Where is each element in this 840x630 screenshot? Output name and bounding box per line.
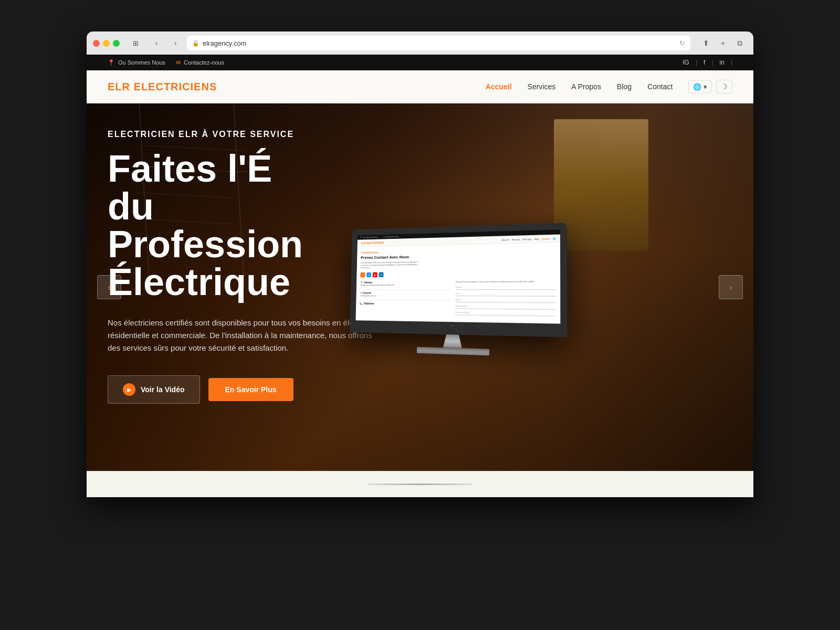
maximize-button[interactable]: [113, 40, 120, 47]
play-icon: ▶: [123, 383, 135, 396]
savoir-button[interactable]: En Savoir Plus: [208, 378, 293, 401]
hero-buttons: ▶ Voir la Vidéo En Savoir Plus: [108, 375, 407, 404]
website: 📍 Ou Sommes Nous ✉ Contactez-nous IG | f…: [87, 55, 753, 497]
address-bar[interactable]: 🔒 elragency.com ↻: [187, 36, 690, 50]
video-label: Voir la Vidéo: [141, 385, 185, 394]
video-button[interactable]: ▶ Voir la Vidéo: [108, 375, 200, 404]
nav-apropos[interactable]: A Propos: [571, 82, 601, 91]
language-button[interactable]: 🌐 ▾: [688, 80, 712, 93]
top-bar: 📍 Ou Sommes Nous ✉ Contactez-nous IG | f…: [87, 55, 753, 70]
nav-blog[interactable]: Blog: [617, 82, 632, 91]
contact-label: Contactez-nous: [184, 59, 224, 66]
inner-form-column: Décrivez-nous vos projets, et nous vous …: [455, 280, 555, 319]
browser-actions: ⬆ + ⧉: [699, 36, 747, 50]
nav-links: Accueil Services A Propos Blog Contact 🌐…: [486, 80, 732, 93]
darkmode-button[interactable]: ☽: [716, 80, 732, 93]
inner-info-column: 📍 Adresse 123 Rue de l'Industrie, Montré…: [360, 281, 451, 318]
hero-subtitle: ELECTRICIEN ELR À VOTRE SERVICE: [108, 130, 407, 139]
top-bar-right: IG | f | in |: [680, 58, 732, 67]
nav-extras: 🌐 ▾ ☽: [688, 80, 732, 93]
prev-arrow[interactable]: ‹: [97, 275, 121, 299]
inner-phone-label: Téléphone: [363, 302, 374, 305]
inner-field-email: Email: [456, 299, 556, 303]
inner-contact-columns: 📍 Adresse 123 Rue de l'Industrie, Montré…: [360, 280, 556, 319]
inner-form-desc: Décrivez-nous vos projets, et nous vous …: [456, 280, 555, 284]
inner-address-value: 123 Rue de l'Industrie, Montréal, QC H2K…: [360, 284, 450, 286]
new-tab-button[interactable]: +: [716, 36, 730, 50]
url-text: elragency.com: [203, 39, 247, 47]
inner-email-item: ✉ Courriel contact@electricien.ca: [360, 292, 450, 297]
address-dot: 📍: [360, 281, 363, 284]
sidebar-toggle-button[interactable]: ⊞: [128, 36, 143, 50]
inner-field-phone: Phone Number: [456, 305, 556, 310]
inner-nav-globe: 🌐: [553, 237, 555, 239]
facebook-icon[interactable]: f: [701, 58, 707, 67]
traffic-lights: [93, 40, 120, 47]
divider3: |: [731, 59, 732, 66]
forward-button[interactable]: ›: [168, 36, 183, 50]
inner-fb-icon: f: [360, 272, 365, 277]
browser-window: ⊞ ‹ › 🔒 elragency.com ↻ ⬆ + ⧉ 📍 Ou Somme…: [87, 32, 753, 497]
inner-email-label: Courriel: [363, 292, 371, 295]
instagram-icon[interactable]: IG: [680, 58, 691, 67]
email-icon: ✉: [176, 59, 181, 66]
inner-website: 📍 Ou Sommes Nous ✉ Contactez-nous ELR EL…: [355, 229, 560, 330]
location-item[interactable]: 📍 Ou Sommes Nous: [108, 59, 165, 66]
inner-email-value: contact@electricien.ca: [360, 295, 450, 297]
inner-logo: ELR ELECTRICIENS: [361, 241, 384, 245]
inner-in-icon: in: [379, 272, 383, 277]
prev-icon: ‹: [108, 282, 111, 293]
inner-nav-contact: Contact: [542, 237, 550, 240]
divider1: |: [696, 59, 697, 66]
inner-nav-services: Services: [512, 238, 520, 240]
inner-nav-blog: Blog: [534, 237, 539, 240]
site-logo[interactable]: ELR ELECTRICIENS: [108, 81, 217, 93]
lock-icon: 🔒: [192, 40, 200, 47]
monitor-stand-neck: [437, 334, 468, 348]
savoir-label: En Savoir Plus: [225, 385, 277, 394]
inner-location: Ou Sommes Nous: [363, 236, 379, 239]
main-nav: ELR ELECTRICIENS Accueil Services A Prop…: [87, 70, 753, 103]
close-button[interactable]: [93, 40, 100, 47]
electrical-board: [554, 119, 648, 250]
nav-accueil[interactable]: Accueil: [486, 82, 512, 91]
inner-contact-topbar: Contactez-nous: [385, 235, 399, 238]
bottom-divider: [368, 484, 472, 485]
nav-contact[interactable]: Contact: [647, 82, 673, 91]
hero-title-line1: Faites l'É: [108, 150, 407, 187]
divider2: |: [711, 59, 713, 66]
top-bar-left: 📍 Ou Sommes Nous ✉ Contactez-nous: [108, 59, 224, 66]
nav-services[interactable]: Services: [528, 82, 556, 91]
location-icon: 📍: [108, 59, 115, 66]
inner-field-prenom: Prénom: [456, 286, 556, 289]
hero-title-line2: du: [108, 187, 407, 225]
share-button[interactable]: ⬆: [699, 36, 713, 50]
next-arrow[interactable]: ›: [719, 275, 743, 299]
inner-nav-links: Accueil Services A Propos Blog Contact 🌐: [502, 237, 555, 241]
inner-social-row: f t ▶ in: [360, 270, 555, 277]
inner-yt-icon: ▶: [373, 272, 377, 277]
monitor-container: 📍 Ou Sommes Nous ✉ Contactez-nous ELR EL…: [350, 223, 568, 358]
phone-dot: 📞: [360, 302, 362, 305]
inner-field-details: Détails du Projet: [455, 311, 555, 316]
inner-menu-icon: ≡: [452, 323, 454, 327]
location-label: Ou Sommes Nous: [118, 59, 165, 66]
monitor-screen: 📍 Ou Sommes Nous ✉ Contactez-nous ELR EL…: [350, 223, 567, 337]
inner-contact-page: Contactez-nous Prenez Contact Avec Nous …: [355, 243, 560, 323]
inner-address-item: 📍 Adresse 123 Rue de l'Industrie, Montré…: [360, 281, 450, 286]
contact-item[interactable]: ✉ Contactez-nous: [176, 59, 224, 66]
back-button[interactable]: ‹: [149, 36, 164, 50]
minimize-button[interactable]: [103, 40, 110, 47]
hero-description: Nos électriciens certifiés sont disponib…: [108, 317, 381, 354]
inner-phone-item: 📞 Téléphone: [360, 302, 450, 306]
inner-address-label: Adresse: [364, 281, 372, 284]
email-dot: ✉: [360, 292, 362, 295]
refresh-icon[interactable]: ↻: [679, 39, 685, 47]
browser-titlebar: ⊞ ‹ › 🔒 elragency.com ↻ ⬆ + ⧉: [87, 32, 753, 55]
linkedin-icon[interactable]: in: [718, 58, 727, 67]
bottom-bar: [87, 471, 753, 497]
tabs-button[interactable]: ⧉: [732, 36, 747, 50]
next-icon: ›: [729, 282, 732, 293]
inner-nav-accueil: Accueil: [502, 238, 509, 241]
inner-nav-apropos: A Propos: [523, 238, 532, 241]
